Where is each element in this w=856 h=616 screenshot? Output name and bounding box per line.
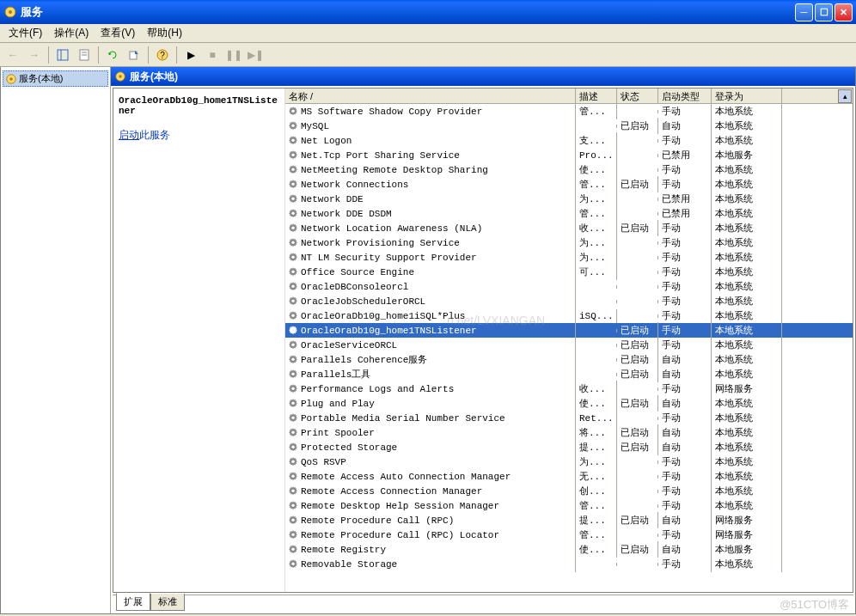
service-status <box>617 154 658 157</box>
service-desc <box>576 300 617 303</box>
service-row[interactable]: Net.Tcp Port Sharing ServicePro...已禁用本地服… <box>285 148 853 162</box>
service-name: OracleDBConsoleorcl <box>301 282 408 292</box>
help-icon[interactable]: ? <box>153 46 172 64</box>
service-status <box>617 387 658 391</box>
export-icon[interactable] <box>125 46 144 64</box>
tree-pane: 服务(本地) <box>1 67 111 613</box>
svg-point-32 <box>291 372 295 375</box>
service-row[interactable]: OracleServiceORCL已启动手动本地系统 <box>285 338 853 352</box>
service-row[interactable]: Remote Access Connection Manager创...手动本地… <box>285 484 853 498</box>
service-row[interactable]: QoS RSVP为...手动本地系统 <box>285 454 853 469</box>
start-service-link-row: 启动此服务 <box>119 128 279 143</box>
col-logon[interactable]: 登录为 <box>712 88 782 103</box>
service-row[interactable]: Parallels Coherence服务已启动自动本地系统 <box>285 352 853 367</box>
service-name: Portable Media Serial Number Service <box>301 413 505 424</box>
menu-action[interactable]: 操作(A) <box>49 24 94 42</box>
service-name: Performance Logs and Alerts <box>301 384 454 394</box>
minimize-button[interactable]: ─ <box>795 3 813 21</box>
svg-point-22 <box>291 226 295 229</box>
service-row[interactable]: OracleOraDb10g_home1iSQL*PlusiSQ...手动本地系… <box>285 308 853 323</box>
col-name[interactable]: 名称 / <box>285 88 576 103</box>
service-row[interactable]: OracleJobSchedulerORCL手动本地系统 <box>285 294 853 308</box>
service-status: 已启动 <box>617 541 658 558</box>
svg-point-42 <box>291 518 295 521</box>
service-row[interactable]: Remote Desktop Help Session Manager管...手… <box>285 498 853 513</box>
col-status[interactable]: 状态 <box>617 88 658 103</box>
service-row[interactable]: Office Source Engine可...手动本地系统 <box>285 265 853 279</box>
service-row[interactable]: Parallels工具已启动自动本地系统 <box>285 367 853 381</box>
service-desc: Ret... <box>576 412 617 425</box>
col-startup[interactable]: 启动类型 <box>658 88 712 103</box>
properties-icon[interactable] <box>75 46 94 64</box>
service-status <box>617 271 658 274</box>
start-service-link[interactable]: 启动 <box>119 129 139 141</box>
tab-standard[interactable]: 标准 <box>150 594 185 611</box>
tab-extended[interactable]: 扩展 <box>116 593 150 611</box>
refresh-icon[interactable] <box>103 46 122 64</box>
service-name: OracleJobSchedulerORCL <box>301 296 425 307</box>
menu-view[interactable]: 查看(V) <box>95 24 140 42</box>
service-name: Remote Procedure Call (RPC) <box>301 515 454 526</box>
svg-point-34 <box>291 401 295 405</box>
services-icon <box>5 73 17 85</box>
titlebar: 服务 ─ ☐ ✕ <box>0 0 856 24</box>
service-row[interactable]: MySQL已启动自动本地系统 <box>285 119 853 133</box>
col-desc[interactable]: 描述 <box>576 88 617 103</box>
menu-file[interactable]: 文件(F) <box>3 24 47 42</box>
menu-help[interactable]: 帮助(H) <box>142 24 187 42</box>
service-name: Remote Access Auto Connection Manager <box>301 472 511 482</box>
service-desc: iSQ... <box>576 309 617 323</box>
service-row[interactable]: NetMeeting Remote Desktop Sharing使...手动本… <box>285 162 853 177</box>
stop-service-icon: ■ <box>203 46 222 64</box>
svg-point-28 <box>291 314 295 317</box>
service-row[interactable]: Network Connections管...已启动手动本地系统 <box>285 177 853 192</box>
content-pane: 服务(本地) OracleOraDb10g_home1TNSListener 启… <box>111 67 855 613</box>
toolbar-view-icon[interactable] <box>53 46 72 64</box>
scroll-up-icon[interactable]: ▴ <box>838 89 852 103</box>
service-row[interactable]: Remote Procedure Call (RPC)提...已启动自动网络服务 <box>285 513 853 528</box>
service-desc <box>576 125 617 128</box>
service-row[interactable]: Print Spooler将...已启动自动本地系统 <box>285 425 853 440</box>
service-name: MS Software Shadow Copy Provider <box>301 107 482 117</box>
close-button[interactable]: ✕ <box>835 3 853 21</box>
list-rows[interactable]: MS Software Shadow Copy Provider管...手动本地… <box>285 104 853 592</box>
svg-point-39 <box>291 474 295 478</box>
service-row[interactable]: Net Logon支...手动本地系统 <box>285 133 853 148</box>
svg-point-38 <box>291 460 295 463</box>
service-status: 已启动 <box>617 439 658 455</box>
tabs: 扩展 标准 <box>113 595 853 612</box>
service-row[interactable]: Remote Procedure Call (RPC) Locator管...手… <box>285 528 853 542</box>
svg-point-18 <box>291 168 295 171</box>
service-row[interactable]: OracleDBConsoleorcl手动本地系统 <box>285 279 853 294</box>
service-name: MySQL <box>301 121 329 131</box>
svg-point-23 <box>291 241 295 244</box>
service-logon: 本地系统 <box>712 556 782 572</box>
service-status <box>617 504 658 508</box>
service-name: Net Logon <box>301 136 352 146</box>
service-row[interactable]: MS Software Shadow Copy Provider管...手动本地… <box>285 104 853 119</box>
service-name: OracleOraDb10g_home1TNSListener <box>301 326 477 336</box>
service-row[interactable]: OracleOraDb10g_home1TNSListener已启动手动本地系统 <box>285 323 853 338</box>
service-row[interactable]: Remote Access Auto Connection Manager无..… <box>285 469 853 484</box>
service-row[interactable]: Performance Logs and Alerts收...手动网络服务 <box>285 381 853 396</box>
svg-point-21 <box>291 211 295 215</box>
service-status: 已启动 <box>617 512 658 528</box>
service-row[interactable]: Protected Storage提...已启动自动本地系统 <box>285 440 853 454</box>
service-row[interactable]: Portable Media Serial Number ServiceRet.… <box>285 411 853 425</box>
service-row[interactable]: Plug and Play使...已启动自动本地系统 <box>285 396 853 411</box>
service-row[interactable]: Remote Registry使...已启动自动本地服务 <box>285 542 853 557</box>
service-row[interactable]: NT LM Security Support Provider为...手动本地系… <box>285 250 853 265</box>
tree-root-node[interactable]: 服务(本地) <box>3 70 108 87</box>
start-service-icon[interactable]: ▶ <box>181 46 200 64</box>
service-row[interactable]: Network Location Awareness (NLA)收...已启动手… <box>285 221 853 235</box>
service-status <box>617 168 658 172</box>
service-name: Plug and Play <box>301 399 375 409</box>
maximize-button[interactable]: ☐ <box>815 3 833 21</box>
service-row[interactable]: Removable Storage手动本地系统 <box>285 557 853 571</box>
service-row[interactable]: Network DDE为...已禁用本地系统 <box>285 192 853 206</box>
service-row[interactable]: Network DDE DSDM管...已禁用本地系统 <box>285 206 853 221</box>
toolbar: ← → ? ▶ ■ ❚❚ ▶❚ <box>0 43 856 67</box>
service-row[interactable]: Network Provisioning Service为...手动本地系统 <box>285 235 853 250</box>
svg-point-15 <box>291 124 295 127</box>
svg-point-26 <box>291 284 295 288</box>
